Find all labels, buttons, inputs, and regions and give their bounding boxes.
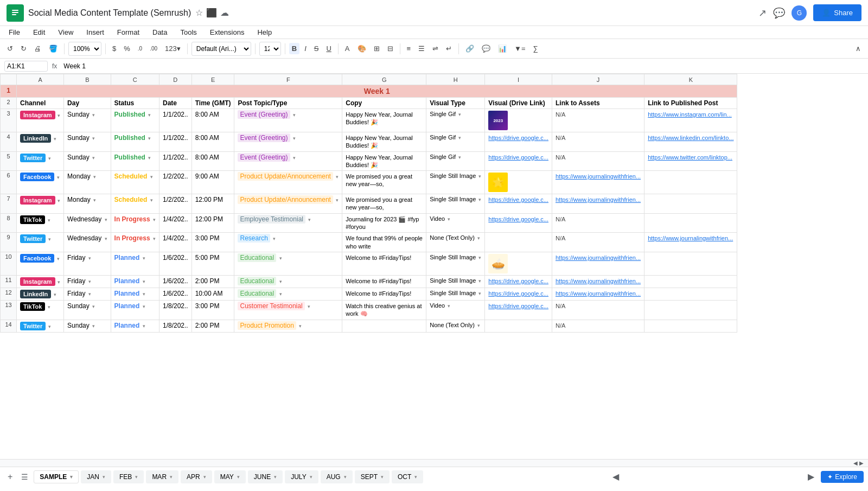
merge-cells-button[interactable]: ⊟ (385, 43, 396, 54)
day-dropdown-icon[interactable]: ▾ (105, 236, 107, 241)
assets-link-cell[interactable]: https://www.journalingwithfrien... (552, 171, 644, 194)
menu-extensions[interactable]: Extensions (208, 27, 247, 37)
undo-button[interactable]: ↺ (4, 43, 16, 54)
status-cell[interactable]: Planned ▾ (111, 252, 159, 275)
channel-dropdown-icon[interactable]: ▾ (47, 324, 51, 329)
copy-cell[interactable]: We promised you a great new year—so, (342, 171, 426, 194)
post-type-cell[interactable]: Event (Greeting) ▾ (234, 109, 342, 132)
decimal-less-button[interactable]: .0 (135, 44, 145, 53)
post-type-dropdown-icon[interactable]: ▾ (299, 323, 302, 329)
time-cell[interactable]: 3:00 PM (192, 300, 234, 320)
copy-cell[interactable]: Happy New Year, Journal Buddies! 🎉 (342, 109, 426, 132)
published-link-cell[interactable] (644, 320, 737, 332)
header-time[interactable]: Time (GMT) (192, 98, 234, 109)
post-type-cell[interactable]: Product Update/Announcement ▾ (234, 171, 342, 194)
cloud-icon[interactable]: ☁ (220, 8, 229, 18)
time-cell[interactable]: 8:00 AM (192, 132, 234, 152)
assets-link-cell[interactable]: https://www.journalingwithfrien... (552, 252, 644, 275)
visual-link-cell[interactable]: https://drive.google.c... (485, 151, 552, 171)
avatar[interactable]: G (792, 5, 807, 21)
header-post-type[interactable]: Post Topic/Type (234, 98, 342, 109)
status-cell[interactable]: Scheduled ▾ (111, 171, 159, 194)
channel-cell[interactable]: LinkedIn ▾ (17, 288, 64, 300)
channel-dropdown-icon[interactable]: ▾ (47, 156, 51, 161)
functions-button[interactable]: ∑ (531, 43, 541, 54)
published-link-cell[interactable] (644, 252, 737, 275)
comment-icon[interactable]: 💬 (773, 7, 785, 19)
channel-dropdown-icon[interactable]: ▾ (52, 292, 56, 297)
status-dropdown-icon[interactable]: ▾ (143, 304, 145, 309)
visual-link-cell[interactable]: https://drive.google.c... (485, 300, 552, 320)
status-dropdown-icon[interactable]: ▾ (143, 291, 145, 297)
time-cell[interactable]: 10:00 AM (192, 288, 234, 300)
day-dropdown-icon[interactable]: ▾ (92, 136, 95, 141)
tab-june[interactable]: JUNE ▾ (248, 470, 283, 483)
channel-dropdown-icon[interactable]: ▾ (56, 198, 61, 203)
assets-link[interactable]: https://www.journalingwithfrien... (556, 278, 641, 284)
post-type-cell[interactable]: Educational ▾ (234, 252, 342, 275)
visual-type-cell[interactable]: None (Text Only) ▾ (426, 233, 485, 252)
time-cell[interactable]: 3:00 PM (192, 233, 234, 252)
day-dropdown-icon[interactable]: ▾ (92, 323, 95, 329)
align-left-button[interactable]: ≡ (404, 43, 414, 54)
visual-type-dropdown-icon[interactable]: ▾ (458, 112, 461, 117)
time-cell[interactable]: 2:00 PM (192, 275, 234, 288)
visual-link-cell[interactable]: https://drive.google.c... (485, 275, 552, 288)
day-cell[interactable]: Monday ▾ (64, 194, 111, 214)
day-dropdown-icon[interactable]: ▾ (105, 217, 107, 222)
channel-dropdown-icon[interactable]: ▾ (56, 113, 61, 118)
post-type-dropdown-icon[interactable]: ▾ (273, 236, 276, 241)
status-cell[interactable]: Published ▾ (111, 151, 159, 171)
header-channel[interactable]: Channel (17, 98, 64, 109)
tab-sample[interactable]: SAMPLE ▾ (34, 470, 79, 483)
copy-cell[interactable]: Happy New Year, Journal Buddies! 🎉 (342, 132, 426, 152)
date-cell[interactable]: 1/6/202.. (159, 275, 192, 288)
tab-july[interactable]: JULY ▾ (285, 470, 318, 483)
post-type-dropdown-icon[interactable]: ▾ (336, 197, 339, 203)
post-type-dropdown-icon[interactable]: ▾ (293, 155, 296, 161)
status-dropdown-icon[interactable]: ▾ (143, 279, 145, 284)
visual-drive-link[interactable]: https://drive.google.c... (488, 303, 548, 309)
assets-link-cell[interactable]: N/A (552, 132, 644, 152)
channel-dropdown-icon[interactable]: ▾ (55, 256, 60, 262)
chart-button[interactable]: 📊 (495, 43, 509, 54)
published-link-cell[interactable] (644, 275, 737, 288)
post-type-dropdown-icon[interactable]: ▾ (293, 136, 296, 141)
channel-cell[interactable]: Instagram ▾ (17, 109, 64, 132)
explore-button[interactable]: ✦ Explore (821, 471, 864, 483)
wrap-button[interactable]: ↵ (443, 43, 455, 54)
published-link-cell[interactable] (644, 171, 737, 194)
assets-link-cell[interactable]: N/A (552, 109, 644, 132)
post-type-dropdown-icon[interactable]: ▾ (279, 279, 282, 284)
visual-type-cell[interactable]: Single Gif ▾ (426, 109, 485, 132)
spreadsheet-container[interactable]: A B C D E F G H I J K 1 Week 1 (0, 74, 868, 459)
text-color-button[interactable]: A (342, 43, 353, 54)
channel-dropdown-icon[interactable]: ▾ (52, 136, 56, 142)
align-right-button[interactable]: ⇌ (430, 43, 441, 54)
assets-link-cell[interactable]: N/A (552, 151, 644, 171)
status-cell[interactable]: Planned ▾ (111, 275, 159, 288)
published-link-cell[interactable]: https://www.journalingwithfrien... (644, 233, 737, 252)
copy-cell[interactable] (342, 320, 426, 332)
visual-type-dropdown-icon[interactable]: ▾ (448, 216, 450, 222)
visual-type-dropdown-icon[interactable]: ▾ (478, 255, 481, 260)
channel-dropdown-icon[interactable]: ▾ (56, 279, 61, 285)
visual-type-cell[interactable]: Single Still Image ▾ (426, 171, 485, 194)
assets-link-cell[interactable]: https://www.journalingwithfrien... (552, 275, 644, 288)
published-link[interactable]: https://www.journalingwithfrien... (648, 235, 733, 241)
day-cell[interactable]: Friday ▾ (64, 288, 111, 300)
visual-type-dropdown-icon[interactable]: ▾ (477, 235, 480, 241)
published-link-cell[interactable] (644, 300, 737, 320)
header-date[interactable]: Date (159, 98, 192, 109)
tab-aug[interactable]: AUG ▾ (321, 470, 353, 483)
copy-cell[interactable]: We found that 99% of people who write (342, 233, 426, 252)
italic-button[interactable]: I (302, 43, 309, 54)
status-dropdown-icon[interactable]: ▾ (148, 155, 151, 161)
channel-cell[interactable]: Instagram ▾ (17, 275, 64, 288)
date-cell[interactable]: 1/6/202.. (159, 288, 192, 300)
share-button[interactable]: 👤 Share (813, 4, 861, 21)
underline-button[interactable]: U (323, 43, 334, 54)
visual-type-dropdown-icon[interactable]: ▾ (478, 278, 481, 284)
chevron-up-button[interactable]: ∧ (853, 43, 864, 54)
paintformat-button[interactable]: 🪣 (46, 43, 60, 54)
